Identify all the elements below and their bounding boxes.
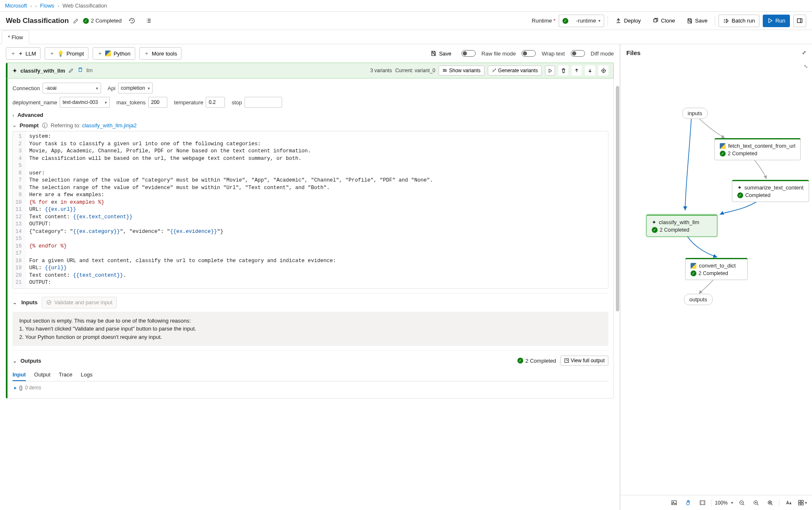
breadcrumb-flows[interactable]: Flows <box>40 3 54 9</box>
more-tools-button[interactable]: ＋More tools <box>139 47 182 60</box>
edit-icon[interactable] <box>68 68 74 73</box>
panel-toggle-button[interactable] <box>793 15 806 27</box>
play-icon[interactable] <box>545 66 555 76</box>
max-tokens-label: max_tokens <box>116 99 146 106</box>
save-button[interactable]: Save <box>683 15 712 27</box>
graph-node-classify[interactable]: ✦classify_with_llm ✓2 Completed <box>646 215 717 237</box>
chevron-down-icon[interactable]: ▾ <box>731 500 733 505</box>
move-down-icon[interactable] <box>585 66 595 76</box>
tab-trace[interactable]: Trace <box>59 369 73 381</box>
temperature-label: temperature <box>174 99 203 106</box>
check-icon: ✓ <box>562 18 568 24</box>
fit-screen-icon[interactable] <box>697 497 708 508</box>
history-icon[interactable] <box>126 15 139 27</box>
code-content[interactable]: system: Your task is to classify a given… <box>26 131 608 288</box>
chevron-down-icon[interactable]: ⌄ <box>13 358 17 364</box>
refer-link[interactable]: classify_with_llm.jinja2 <box>82 122 137 129</box>
runtime-label: Runtime * <box>532 18 555 24</box>
copy-icon[interactable] <box>78 67 83 74</box>
add-python-button[interactable]: ＋Python <box>93 47 135 60</box>
python-icon <box>691 263 696 269</box>
batch-run-button[interactable]: Batch run <box>719 15 759 27</box>
deploy-button[interactable]: Deploy <box>611 15 645 27</box>
stop-input[interactable] <box>245 97 282 108</box>
zoom-out-icon[interactable] <box>736 497 747 508</box>
collapse-icon[interactable]: ⤡ <box>804 63 808 69</box>
svg-point-5 <box>47 300 51 305</box>
breadcrumb-root[interactable]: Microsoft <box>5 3 27 9</box>
connection-label: Connection <box>13 85 40 91</box>
referring-label: Referring to: classify_with_llm.jinja2 <box>51 122 137 129</box>
image-icon[interactable] <box>668 497 679 508</box>
add-prompt-button[interactable]: ＋💡Prompt <box>45 47 88 60</box>
svg-rect-6 <box>565 359 568 363</box>
tab-input[interactable]: Input <box>13 369 26 381</box>
chevron-down-icon[interactable]: ⌄ <box>13 299 17 305</box>
tab-logs[interactable]: Logs <box>81 369 93 381</box>
graph-node-outputs[interactable]: outputs <box>684 294 713 305</box>
show-variants-button[interactable]: Show variants <box>439 66 484 76</box>
expand-icon[interactable]: ⤢ <box>802 50 806 56</box>
run-button[interactable]: Run <box>763 15 790 27</box>
list-icon[interactable] <box>143 15 155 27</box>
hand-icon[interactable] <box>683 497 693 508</box>
code-editor[interactable]: 123456789101112131415161718192021 system… <box>13 131 608 289</box>
wrap-text-label: Wrap text <box>542 50 565 57</box>
edit-icon[interactable] <box>73 18 79 24</box>
layout-icon[interactable]: ▾ <box>797 497 808 508</box>
scrollbar[interactable] <box>616 86 619 311</box>
zoom-fit-icon[interactable] <box>765 497 776 508</box>
outputs-status: ✓2 Completed <box>517 358 556 364</box>
raw-file-toggle[interactable] <box>461 50 476 57</box>
tab-output[interactable]: Output <box>34 369 50 381</box>
max-tokens-input[interactable] <box>148 97 167 108</box>
graph-canvas[interactable]: ⤡ inputs fetch_text_content_from_url ✓2 … <box>620 61 812 495</box>
svg-rect-1 <box>797 19 802 23</box>
editor-save-button[interactable]: Save <box>426 47 456 60</box>
deployment-select[interactable]: text-davinci-003▾ <box>60 97 110 108</box>
llm-icon: ✦ <box>737 184 742 191</box>
graph-node-summarize[interactable]: ✦summarize_text_content ✓Completed <box>732 180 809 202</box>
graph-node-fetch[interactable]: fetch_text_content_from_url ✓2 Completed <box>714 138 801 160</box>
llm-icon: ✦ <box>652 219 656 225</box>
api-select[interactable]: completion▾ <box>118 83 153 93</box>
tab-flow[interactable]: * Flow <box>2 30 29 44</box>
breadcrumb: Microsoft › › Flows › Web Classification <box>0 0 812 12</box>
header: Web Classification ✓ 2 Completed Runtime… <box>0 12 812 30</box>
stop-label: stop <box>232 99 242 106</box>
graph-node-convert[interactable]: convert_to_dict ✓2 Completed <box>685 258 748 280</box>
clone-button[interactable]: Clone <box>648 15 679 27</box>
current-variant: Current: variant_0 <box>395 68 435 73</box>
files-header: Files ⤢ <box>620 44 812 61</box>
generate-variants-button[interactable]: Generate variants <box>488 66 542 76</box>
diff-mode-toggle[interactable] <box>571 50 585 57</box>
delete-icon[interactable] <box>558 66 568 76</box>
check-icon: ✓ <box>83 18 89 24</box>
expand-icon[interactable]: ▸ <box>14 385 17 391</box>
chevron-right-icon: › <box>58 3 59 8</box>
node-type-tag: llm <box>86 68 93 73</box>
text-size-icon[interactable] <box>783 497 794 508</box>
api-label: Api <box>108 85 116 91</box>
prompt-section[interactable]: ⌄ Prompt i Referring to: classify_with_l… <box>13 122 608 129</box>
temperature-input[interactable] <box>206 97 225 108</box>
connection-select[interactable]: -aoai▾ <box>43 83 101 93</box>
llm-icon: ✦ <box>13 68 17 74</box>
target-icon[interactable] <box>598 66 608 76</box>
node-name: classify_with_llm <box>20 68 65 74</box>
advanced-section[interactable]: › Advanced <box>13 112 608 118</box>
view-full-output-button[interactable]: View full output <box>560 356 608 366</box>
wrap-text-toggle[interactable] <box>522 50 536 57</box>
raw-file-label: Raw file mode <box>482 50 516 57</box>
graph-node-inputs[interactable]: inputs <box>682 108 708 119</box>
output-tabs: Input Output Trace Logs <box>13 369 608 381</box>
info-icon[interactable]: i <box>42 123 48 128</box>
validate-parse-button[interactable]: Validate and parse input <box>42 297 117 308</box>
node-body: Connection -aoai▾ Api completion▾ deploy… <box>6 78 614 399</box>
line-gutter: 123456789101112131415161718192021 <box>13 131 26 288</box>
runtime-select[interactable]: ✓ -runtime ▾ <box>559 15 604 27</box>
python-icon <box>720 143 726 149</box>
move-up-icon[interactable] <box>572 66 582 76</box>
add-llm-button[interactable]: ＋✦LLM <box>6 47 40 60</box>
zoom-in-icon[interactable] <box>751 497 762 508</box>
